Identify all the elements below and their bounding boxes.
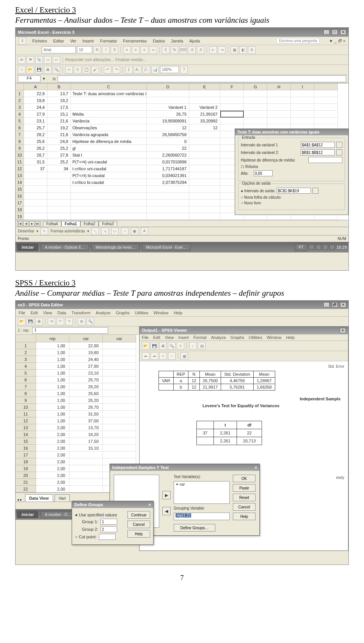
- minimize-icon[interactable]: _: [323, 302, 329, 307]
- inner-window-controls[interactable]: ▼ _ 🗗 ×: [329, 39, 345, 43]
- inc-decimal-icon[interactable]: ,0: [188, 46, 196, 54]
- menu-window[interactable]: Window: [267, 335, 281, 340]
- define-groups-button[interactable]: Define Groups…: [174, 524, 215, 532]
- redo-icon[interactable]: ↷: [113, 66, 120, 74]
- minus-icon[interactable]: −: [168, 352, 176, 360]
- print-icon[interactable]: 🖶: [44, 66, 52, 74]
- menu-utilities[interactable]: Utilities: [135, 311, 148, 315]
- taskbar-item-word[interactable]: Metodologia da Inves…: [91, 244, 140, 251]
- envelope-icon[interactable]: ✉: [18, 56, 25, 64]
- move-left-icon[interactable]: ◀: [162, 507, 171, 515]
- cut-point-input[interactable]: [99, 534, 116, 540]
- sheet-tab-folha3[interactable]: Folha3: [99, 221, 117, 226]
- save-icon[interactable]: 💾: [35, 66, 43, 74]
- range-picker-icon[interactable]: [336, 142, 342, 148]
- menu-file[interactable]: File: [142, 335, 149, 340]
- zoom-select[interactable]: 100%: [160, 66, 179, 73]
- excel-menubar[interactable]: X Ficheiro Editar Ver Inserir Formatar F…: [16, 37, 348, 45]
- help-icon[interactable]: ?: [180, 66, 188, 74]
- line-icon[interactable]: ＼: [91, 227, 99, 235]
- promote-icon[interactable]: ▤: [198, 342, 206, 350]
- undo-icon[interactable]: ↶: [104, 66, 111, 74]
- tray-icon[interactable]: [329, 245, 335, 250]
- grouping-variable-box[interactable]: rep(1 2): [174, 513, 230, 520]
- range-picker-icon[interactable]: [312, 188, 318, 194]
- close-icon[interactable]: ×: [149, 502, 151, 507]
- sheet-tab-folha4[interactable]: Folha4: [43, 221, 61, 226]
- close-icon[interactable]: ×: [340, 328, 346, 333]
- pivot-icon[interactable]: ▦: [180, 352, 188, 360]
- attach-icon[interactable]: 📎: [35, 56, 43, 64]
- next-sheet-icon[interactable]: ▸: [29, 221, 35, 226]
- export-icon[interactable]: ⇪: [177, 342, 184, 350]
- menu-view[interactable]: Ver: [70, 39, 77, 43]
- select-icon[interactable]: ↖: [41, 227, 48, 235]
- redo-icon[interactable]: ↷: [65, 318, 73, 325]
- menu-format[interactable]: Format: [193, 335, 207, 340]
- save-icon[interactable]: 💾: [27, 318, 34, 325]
- name-box[interactable]: F4: [18, 75, 41, 82]
- font-color-icon[interactable]: A: [248, 46, 256, 54]
- dropdown-icon[interactable]: ▾: [43, 76, 45, 81]
- format-painter-icon[interactable]: 🖌: [91, 66, 99, 74]
- flag-icon[interactable]: ⚑: [27, 56, 34, 64]
- menu-file[interactable]: Ficheiro: [32, 39, 47, 43]
- menu-help[interactable]: Ajuda: [189, 39, 200, 43]
- rect-icon[interactable]: ▭: [111, 227, 119, 235]
- use-specified-radio[interactable]: Use specified values: [75, 513, 117, 517]
- cancel-button[interactable]: Cancel: [127, 521, 150, 528]
- hyp-input[interactable]: [308, 157, 342, 163]
- chart-icon[interactable]: 📊: [151, 66, 159, 74]
- lang-indicator[interactable]: PT: [295, 244, 308, 251]
- window-controls[interactable]: _ 🗗 ×: [322, 302, 346, 307]
- menu-data[interactable]: Dados: [153, 39, 165, 43]
- tray-icon[interactable]: [316, 245, 321, 250]
- book-icon[interactable]: ▭: [44, 56, 52, 64]
- menu-edit[interactable]: Editar: [53, 39, 64, 43]
- taskbar-item-outlook[interactable]: A receber - Outlook E…: [41, 244, 89, 251]
- first-sheet-icon[interactable]: |◂: [17, 221, 22, 226]
- labels-checkbox[interactable]: Rótulos: [241, 165, 258, 169]
- paste-button[interactable]: Paste: [233, 484, 256, 492]
- menu-graphs[interactable]: Graphs: [231, 335, 244, 340]
- menu-format[interactable]: Formatar: [100, 39, 117, 43]
- menu-view[interactable]: View: [43, 311, 52, 315]
- output-range-input[interactable]: [277, 188, 311, 194]
- tray-icon[interactable]: [309, 245, 314, 250]
- taskbar-item-excel[interactable]: Microsoft Excel - Exer…: [142, 244, 191, 251]
- spss-menubar[interactable]: File Edit View Data Transform Analyze Gr…: [16, 309, 348, 317]
- paste-icon[interactable]: 📋: [83, 66, 90, 74]
- open-icon[interactable]: 📂: [18, 318, 25, 325]
- merge-icon[interactable]: ⇔: [149, 46, 157, 54]
- indent-left-icon[interactable]: ⇤: [209, 46, 217, 54]
- menu-help[interactable]: Help: [286, 335, 295, 340]
- data-view-tab[interactable]: Data View: [25, 494, 53, 502]
- arrow-icon[interactable]: ↘: [101, 227, 109, 235]
- undo-icon[interactable]: ↶: [56, 318, 64, 325]
- menu-graphs[interactable]: Graphs: [116, 311, 129, 315]
- align-left-icon[interactable]: ≡: [123, 46, 131, 54]
- collapse-icon[interactable]: ⬅: [142, 352, 149, 360]
- wordart-icon[interactable]: A: [141, 227, 148, 235]
- start-button[interactable]: Iniciar: [17, 243, 38, 251]
- continue-button[interactable]: Continue: [127, 511, 150, 519]
- thousands-icon[interactable]: 000: [179, 46, 187, 54]
- new-icon[interactable]: □: [18, 66, 25, 74]
- autoshapes-menu[interactable]: Formas automáticas: [50, 229, 85, 233]
- menu-insert[interactable]: Inserir: [82, 39, 94, 43]
- sort-desc-icon[interactable]: Z↓: [143, 66, 150, 74]
- align-right-icon[interactable]: ≡: [141, 46, 148, 54]
- oval-icon[interactable]: ○: [121, 227, 129, 235]
- preview-icon[interactable]: 🔍: [168, 342, 176, 350]
- maximize-icon[interactable]: □: [332, 30, 338, 35]
- var2-input[interactable]: [301, 149, 335, 155]
- menu-tools[interactable]: Ferramentas: [123, 39, 147, 43]
- cut-icon[interactable]: ✂: [65, 66, 73, 74]
- currency-icon[interactable]: €: [162, 46, 169, 54]
- drawing-toolbar[interactable]: Desenhar ▾ ↖ Formas automáticas ▾ ＼ ↘ ▭ …: [16, 227, 348, 235]
- sheet-tabs[interactable]: |◂ ◂ ▸ ▸| Folha4 Folha1 Folha2 Folha3: [16, 220, 348, 227]
- sheet-tab-folha1[interactable]: Folha1: [61, 221, 80, 226]
- range-picker-icon[interactable]: [336, 149, 342, 155]
- autosum-icon[interactable]: Σ: [125, 66, 133, 74]
- reply-icon[interactable]: ↩: [53, 56, 60, 64]
